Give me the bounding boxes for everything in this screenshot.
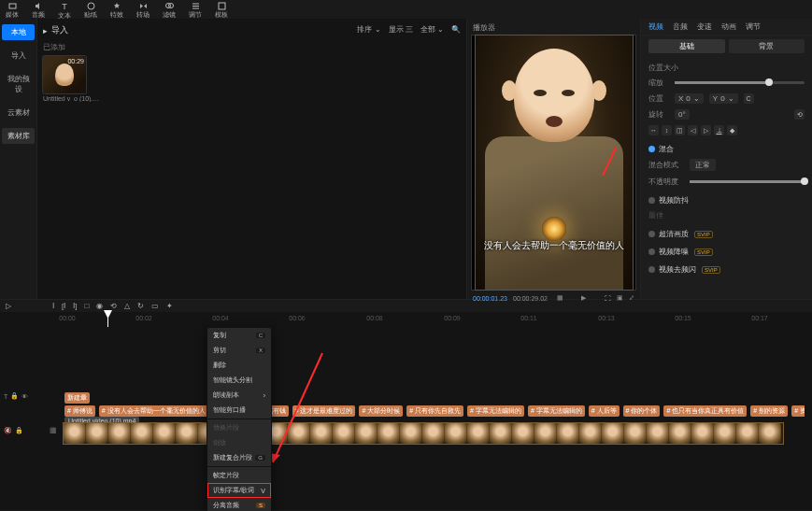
caption-track-head[interactable]: T 🔒 👁 (4, 392, 47, 400)
caption-chip[interactable]: # 大部分时候 (359, 405, 403, 417)
caption-chip[interactable]: # 没有人会去帮助一个毫无价值的人 (99, 405, 208, 417)
left-tab-local[interactable]: 本地 (2, 24, 35, 40)
sort-dropdown[interactable]: 排序 ⌄ (357, 24, 380, 35)
caption-chip[interactable]: # 师傅说 (64, 405, 95, 417)
preview-controls: 00:00:01.23 00:00:29.02 ▦ ▶ ⛶ ▣ ⤢ (471, 291, 636, 302)
rotate-r-icon[interactable]: ▷ (701, 125, 711, 135)
top-text[interactable]: T文本 (58, 2, 71, 21)
flip-h-icon[interactable]: ↔ (648, 125, 659, 135)
flip-v-icon[interactable]: ↕ (662, 125, 672, 135)
ctx-compound[interactable]: 新建复合片段G (207, 450, 271, 465)
keyframe-icon[interactable]: ◆ (727, 125, 737, 135)
top-sticker[interactable]: 贴纸 (84, 2, 97, 20)
left-tab-import[interactable]: 导入 (0, 48, 36, 64)
top-fx[interactable]: 特效 (110, 2, 123, 20)
trim-left-icon[interactable]: [Ⅰ (62, 302, 65, 310)
lock-icon[interactable]: 🔒 (15, 427, 23, 434)
pos-y-input[interactable]: Y 0 ⌄ (709, 93, 738, 104)
align-icon[interactable]: ⊥ (714, 125, 724, 135)
ctx-smart-cut[interactable]: 智能剪口播 (207, 403, 271, 418)
caption-chip[interactable]: # 字幕无法编辑的 (528, 405, 585, 417)
caption-marker[interactable]: 新建章 (64, 392, 90, 404)
ctx-recognize-subtitle[interactable]: 识别字幕/歌词V (207, 483, 271, 498)
video-clip[interactable] (63, 422, 784, 445)
tab-adjust[interactable]: 调节 (746, 21, 761, 32)
ctx-delete[interactable]: 删除 (207, 358, 271, 373)
all-dropdown[interactable]: 全部 ⌄ (420, 24, 444, 35)
import-button[interactable]: 导入 (51, 24, 68, 36)
mix-toggle[interactable] (648, 146, 655, 152)
reverse-icon[interactable]: ⟲ (110, 302, 117, 310)
ctx-smart-split[interactable]: 智能镜头分割 (207, 373, 271, 388)
crop-icon[interactable]: ◫ (675, 125, 685, 135)
flicker-toggle[interactable] (648, 266, 655, 273)
timeline-ruler[interactable]: 00:00 00:02 00:04 00:06 00:08 00:09 00:1… (0, 312, 812, 327)
media-panel: ▸ 导入 已添加 00:29 Untitled v_o (10).mp4 排序 … (37, 19, 466, 299)
left-tab-cloud[interactable]: 云素材 (0, 105, 36, 121)
mute-icon[interactable]: 🔇 (4, 427, 12, 434)
scale-slider[interactable] (675, 81, 805, 84)
opacity-slider[interactable] (690, 180, 805, 183)
crop-tool-icon[interactable]: ▭ (151, 302, 159, 310)
caption-chip[interactable]: # 人后等 (589, 405, 620, 417)
top-audio[interactable]: 音频 (32, 2, 45, 20)
prop-rotation: 旋转 0° ⟲ (641, 106, 812, 122)
tab-audio[interactable]: 音频 (673, 21, 688, 32)
square-icon[interactable]: □ (84, 302, 89, 310)
ai-icon[interactable]: ✦ (166, 302, 173, 310)
video-track-head[interactable]: 🔇 🔒 (4, 427, 47, 434)
rotation-input[interactable]: 0° (675, 109, 690, 120)
fullscreen-icon[interactable]: ⤢ (629, 294, 634, 302)
top-transition[interactable]: 转场 (136, 2, 150, 20)
tab-speed[interactable]: 变速 (697, 21, 712, 32)
ratio-icon[interactable]: ⛶ (605, 295, 611, 302)
preview-viewport[interactable]: 没有人会去帮助一个毫无价值的人 (471, 35, 636, 291)
ctx-tts-copy[interactable]: 朗读副本› (207, 388, 271, 403)
blend-mode-select[interactable]: 正常 (690, 159, 716, 171)
sync-icon[interactable]: ↻ (137, 302, 144, 310)
left-tab-preset[interactable]: 我的预设 (0, 71, 36, 97)
timeline-body[interactable]: T 🔒 👁 新建章 # 师傅说 # 没有人会去帮助一个毫无价值的人 # 当你从没… (0, 327, 812, 510)
ctx-detach-audio[interactable]: 分离音频S (207, 498, 271, 511)
caption-chip[interactable]: # 只有你先自救先 (406, 405, 463, 417)
preview-grid-icon[interactable]: ▦ (557, 294, 563, 302)
tab-anim[interactable]: 动画 (721, 21, 736, 32)
search-icon[interactable]: 🔍 (451, 25, 461, 34)
ctx-copy[interactable]: 复制C (207, 328, 271, 343)
top-template[interactable]: 模板 (215, 2, 228, 20)
rot-reset-icon[interactable]: ⟲ (794, 109, 805, 120)
media-thumb[interactable]: 00:29 (43, 56, 86, 93)
upscale-toggle[interactable] (648, 231, 655, 237)
left-tab-library[interactable]: 素材库 (2, 128, 35, 144)
caption-chip[interactable]: # 也只有当你真正具有价值 (663, 405, 747, 417)
record-icon[interactable]: ◉ (96, 302, 103, 310)
pos-x-input[interactable]: X 0 ⌄ (675, 93, 704, 104)
lock-icon[interactable]: 🔒 (10, 392, 19, 400)
track-toggle-icon[interactable]: ▦ (47, 426, 60, 434)
btn-basic[interactable]: 基础 (648, 39, 725, 53)
split-icon[interactable]: Ⅰ (52, 302, 54, 310)
eye-icon[interactable]: 👁 (21, 393, 28, 400)
display-dropdown[interactable]: 显示 三 (389, 24, 413, 35)
ctx-cut[interactable]: 剪切X (207, 343, 271, 358)
pointer-tool-icon[interactable]: ▷ (6, 302, 11, 310)
scale-icon[interactable]: ▣ (617, 294, 623, 302)
pos-reset-icon[interactable]: C (744, 93, 754, 104)
top-filter[interactable]: 滤镜 (163, 2, 176, 20)
caption-chip[interactable]: # 别的资源 (750, 405, 788, 417)
noise-toggle[interactable] (648, 248, 655, 255)
tab-video[interactable]: 视频 (648, 21, 663, 32)
ctx-freeze[interactable]: 帧定片段 (207, 468, 271, 483)
top-media[interactable]: 媒体 (6, 2, 19, 20)
caption-chip[interactable]: # 字幕无法编辑的 (467, 405, 524, 417)
mirror-icon[interactable]: △ (124, 302, 130, 310)
stab-toggle[interactable] (648, 197, 655, 204)
caption-chip[interactable]: # 资源才会靠近 (791, 405, 805, 417)
play-button[interactable]: ▶ (581, 294, 586, 302)
btn-background[interactable]: 背景 (729, 39, 805, 53)
top-adjust[interactable]: 调节 (189, 2, 202, 20)
caption-chip[interactable]: # 你的个体 (623, 405, 661, 417)
rotate-l-icon[interactable]: ◁ (688, 125, 698, 135)
caption-chip[interactable]: # 这才是最难度过的 (292, 405, 356, 417)
trim-right-icon[interactable]: Ⅰ] (73, 302, 77, 310)
